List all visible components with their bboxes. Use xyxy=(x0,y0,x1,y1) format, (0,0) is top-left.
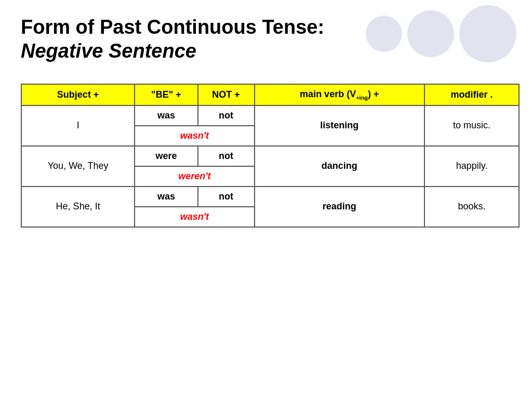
contraction-werent: weren't xyxy=(135,166,254,187)
circle-medium xyxy=(407,10,454,57)
table-row: You, We, They were not dancing happily. xyxy=(21,146,519,166)
not-1: not xyxy=(198,105,255,126)
subject-you-we-they: You, We, They xyxy=(21,146,135,187)
contraction-wasnt-3: wasn't xyxy=(135,207,254,227)
circle-large xyxy=(459,5,516,62)
header-modifier: modifier . xyxy=(424,84,519,105)
table-row: He, She, It was not reading books. xyxy=(21,187,519,207)
table-header-row: Subject + "BE" + NOT + main verb (V+ing)… xyxy=(21,84,519,105)
header-be: "BE" + xyxy=(135,84,197,105)
page: Form of Past Continuous Tense: Negative … xyxy=(0,0,532,399)
table-row: I was not listening to music. xyxy=(21,105,519,126)
subject-i: I xyxy=(21,105,135,146)
mainverb-dancing: dancing xyxy=(255,146,424,187)
page-title: Form of Past Continuous Tense: Negative … xyxy=(21,16,384,63)
title-line2: Negative Sentence xyxy=(21,40,196,62)
header-mainverb-suffix: ) + xyxy=(368,89,379,99)
not-2: not xyxy=(198,146,255,166)
header-mainverb-sub: +ing xyxy=(356,95,368,101)
be-was-3: was xyxy=(135,187,197,207)
mainverb-listening: listening xyxy=(255,105,424,146)
title-line1: Form of Past Continuous Tense: xyxy=(21,16,324,38)
header-mainverb: main verb (V+ing) + xyxy=(255,84,424,105)
grammar-table: Subject + "BE" + NOT + main verb (V+ing)… xyxy=(21,84,520,228)
circle-small xyxy=(366,16,402,52)
modifier-happily: happily. xyxy=(424,146,519,187)
decorative-circles xyxy=(366,5,516,62)
header-not: NOT + xyxy=(198,84,255,105)
modifier-music: to music. xyxy=(424,105,519,146)
mainverb-reading: reading xyxy=(255,187,424,227)
be-were: were xyxy=(135,146,197,166)
contraction-wasnt-1: wasn't xyxy=(135,126,254,146)
header-subject: Subject + xyxy=(21,84,135,105)
not-3: not xyxy=(198,187,255,207)
be-was-1: was xyxy=(135,105,197,126)
subject-he-she-it: He, She, It xyxy=(21,187,135,227)
modifier-books: books. xyxy=(424,187,519,227)
header-mainverb-text: main verb (V xyxy=(300,89,356,99)
